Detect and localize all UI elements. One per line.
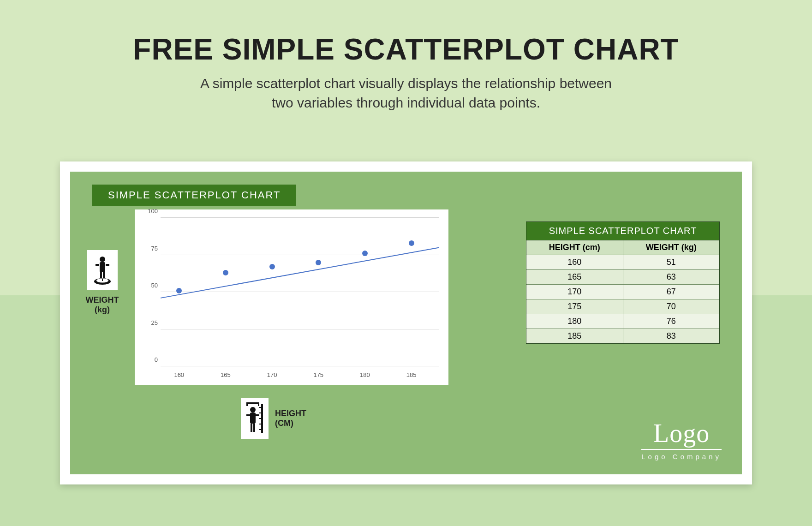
- table-row: 16051: [526, 255, 719, 270]
- y-axis-label-block: WEIGHT (kg): [80, 250, 124, 315]
- table-row: 18076: [526, 314, 719, 329]
- cell-height: 180: [526, 314, 623, 329]
- x-tick-label: 175: [313, 371, 323, 378]
- svg-rect-5: [103, 272, 105, 278]
- height-measure-icon: [241, 398, 269, 439]
- x-tick-label: 165: [221, 371, 231, 378]
- sub-line-1: A simple scatterplot chart visually disp…: [200, 76, 612, 91]
- scale-icon: [87, 250, 118, 290]
- x-tick-label: 180: [360, 371, 370, 378]
- svg-rect-17: [251, 424, 252, 432]
- svg-rect-1: [100, 262, 105, 272]
- x-axis-label-block: HEIGHT (CM): [241, 398, 306, 439]
- table-title: SIMPLE SCATTERPLOT CHART: [526, 222, 719, 240]
- svg-point-13: [250, 407, 256, 412]
- table-row: 17570: [526, 299, 719, 314]
- y-axis-label-text-2: (kg): [80, 305, 124, 315]
- col-header-height: HEIGHT (cm): [526, 240, 623, 255]
- logo-wordmark: Logo: [641, 420, 722, 446]
- data-point: [409, 240, 414, 246]
- chart-ribbon-title: SIMPLE SCATTERPLOT CHART: [92, 185, 296, 206]
- y-tick-label: 100: [140, 208, 158, 215]
- logo-tagline: Logo Company: [641, 453, 722, 460]
- data-point: [316, 260, 321, 265]
- cell-weight: 67: [623, 285, 720, 299]
- page-title: FREE SIMPLE SCATTERPLOT CHART: [0, 32, 812, 66]
- page-subtitle: A simple scatterplot chart visually disp…: [0, 74, 812, 113]
- svg-rect-14: [250, 412, 256, 424]
- x-tick-label: 185: [406, 371, 417, 378]
- table-row: 17067: [526, 285, 719, 299]
- logo-divider: [641, 449, 722, 450]
- svg-rect-10: [246, 402, 259, 404]
- y-tick-label: 25: [140, 319, 158, 326]
- y-tick-label: 50: [140, 282, 158, 289]
- cell-height: 165: [526, 270, 623, 285]
- company-logo: Logo Logo Company: [641, 420, 722, 460]
- table-header-row: HEIGHT (cm) WEIGHT (kg): [526, 240, 719, 255]
- cell-weight: 51: [623, 255, 720, 270]
- svg-point-0: [100, 257, 105, 262]
- svg-rect-11: [246, 402, 248, 406]
- cell-height: 185: [526, 329, 623, 343]
- data-point: [269, 264, 275, 269]
- y-axis-label-text-1: WEIGHT: [80, 295, 124, 305]
- trend-line: [161, 218, 439, 366]
- x-tick-label: 170: [267, 371, 277, 378]
- col-header-weight: WEIGHT (kg): [623, 240, 720, 255]
- data-point: [176, 288, 182, 293]
- svg-rect-21: [259, 412, 261, 413]
- svg-rect-3: [106, 264, 109, 266]
- svg-rect-4: [100, 272, 102, 278]
- cell-weight: 70: [623, 299, 720, 314]
- x-tick-label: 160: [174, 371, 184, 378]
- table-row: 18583: [526, 329, 719, 343]
- chart-card: SIMPLE SCATTERPLOT CHART WEIGHT (kg): [60, 161, 752, 484]
- svg-rect-12: [258, 402, 259, 406]
- svg-rect-24: [259, 429, 261, 430]
- cell-weight: 83: [623, 329, 720, 343]
- y-tick-label: 0: [140, 356, 158, 363]
- table-row: 16563: [526, 270, 719, 285]
- data-point: [223, 270, 228, 275]
- scatter-plot: 0255075100160165170175180185: [135, 209, 448, 385]
- data-point: [362, 251, 368, 256]
- svg-rect-18: [253, 424, 255, 432]
- cell-height: 160: [526, 255, 623, 270]
- x-axis-label-text-1: HEIGHT: [275, 409, 306, 418]
- svg-rect-23: [259, 424, 261, 424]
- svg-rect-16: [256, 414, 259, 416]
- data-table: SIMPLE SCATTERPLOT CHART HEIGHT (cm) WEI…: [526, 221, 720, 344]
- svg-line-9: [161, 247, 439, 298]
- x-axis-label-text-2: (CM): [275, 418, 306, 428]
- svg-rect-15: [246, 414, 250, 416]
- sub-line-2: two variables through individual data po…: [272, 95, 540, 110]
- cell-weight: 63: [623, 270, 720, 285]
- cell-height: 170: [526, 285, 623, 299]
- svg-rect-22: [259, 418, 261, 419]
- svg-rect-2: [96, 264, 99, 266]
- svg-rect-8: [102, 279, 103, 281]
- svg-rect-19: [261, 404, 263, 433]
- svg-rect-20: [259, 407, 261, 408]
- cell-height: 175: [526, 299, 623, 314]
- y-tick-label: 75: [140, 245, 158, 251]
- cell-weight: 76: [623, 314, 720, 329]
